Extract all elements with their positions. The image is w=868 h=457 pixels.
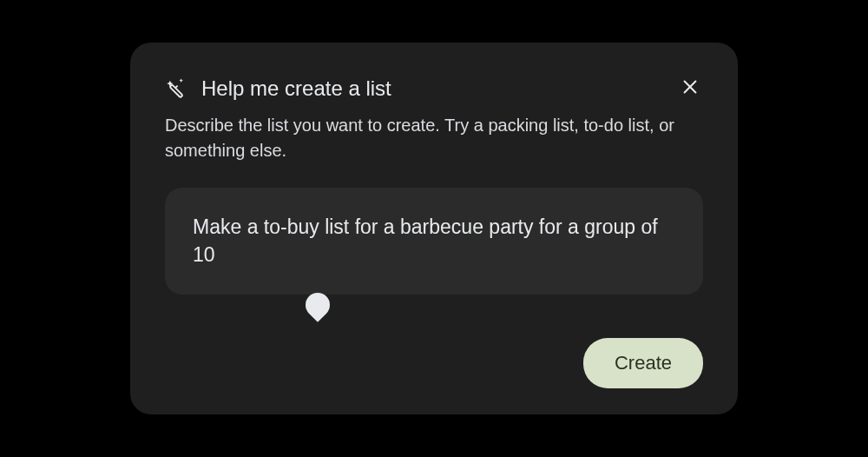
panel-subtitle: Describe the list you want to create. Tr…: [165, 113, 703, 163]
title-group: Help me create a list: [165, 76, 391, 101]
input-wrap: Make a to-buy list for a barbecue party …: [165, 188, 703, 297]
close-icon: [681, 77, 700, 99]
magic-wand-icon: [165, 76, 189, 101]
close-button[interactable]: [677, 74, 703, 103]
prompt-input[interactable]: Make a to-buy list for a barbecue party …: [165, 188, 703, 294]
create-button[interactable]: Create: [583, 338, 703, 388]
create-list-panel: Help me create a list Describe the list …: [130, 43, 738, 414]
panel-header: Help me create a list: [165, 74, 703, 103]
panel-title: Help me create a list: [201, 76, 391, 101]
actions-row: Create: [165, 338, 703, 388]
svg-line-1: [175, 86, 178, 89]
